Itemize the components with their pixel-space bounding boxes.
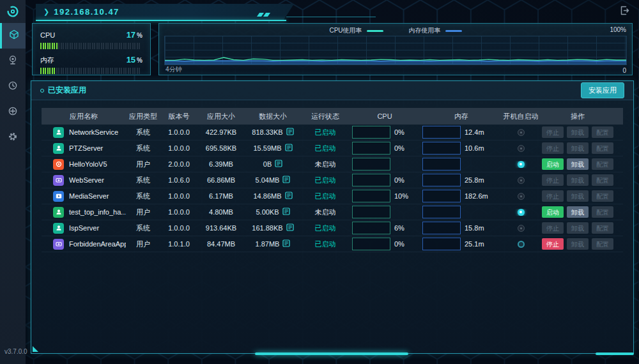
clear-data-icon[interactable] <box>282 208 290 216</box>
config-button[interactable]: 配置 <box>592 126 613 138</box>
sidebar-item-camera[interactable] <box>0 49 26 74</box>
run-status-cell: 已启动 <box>301 224 350 233</box>
table-row: HelloYoloV5用户2.0.0.06.39MB0B未启动启动卸载配置 <box>42 156 623 172</box>
sidebar-item-history[interactable] <box>0 74 26 100</box>
clear-data-icon[interactable] <box>286 128 294 137</box>
data-size-value: 1.87MB <box>256 240 280 248</box>
stop-button[interactable]: 停止 <box>542 238 564 250</box>
stop-button[interactable]: 停止 <box>542 222 564 234</box>
autostart-toggle[interactable] <box>518 209 525 216</box>
sidebar-item-diagnose[interactable] <box>0 100 26 125</box>
uninstall-button[interactable]: 卸载 <box>567 190 589 202</box>
cpu-limit-input[interactable] <box>352 190 390 202</box>
sidebar-item-apps[interactable] <box>0 23 26 49</box>
autostart-toggle[interactable] <box>518 225 525 232</box>
app-name: test_top_info_ha... <box>69 208 126 216</box>
config-button[interactable]: 配置 <box>592 222 613 234</box>
autostart-cell <box>503 225 539 232</box>
start-button[interactable]: 启动 <box>542 158 564 170</box>
stop-button[interactable]: 停止 <box>542 190 564 202</box>
cpu-limit-input[interactable] <box>352 206 390 218</box>
actions-cell: 启动卸载配置 <box>539 206 617 218</box>
memory-limit-input[interactable] <box>422 222 461 234</box>
app-type-cell: 系统 <box>126 128 160 137</box>
app-version-cell: 1.0.0.0 <box>160 208 197 216</box>
uninstall-button[interactable]: 卸载 <box>567 142 589 154</box>
autostart-toggle[interactable] <box>518 193 525 200</box>
uninstall-button[interactable]: 卸载 <box>567 238 589 250</box>
autostart-cell <box>503 177 539 184</box>
actions-cell: 启动卸载配置 <box>539 158 617 170</box>
title-underline-thin <box>286 17 376 17</box>
uninstall-button[interactable]: 卸载 <box>567 126 589 138</box>
cpu-limit-input[interactable] <box>352 174 390 186</box>
run-status: 已启动 <box>315 144 336 153</box>
uninstall-button[interactable]: 卸载 <box>567 158 589 170</box>
app-name: PTZServer <box>69 144 103 152</box>
config-button[interactable]: 配置 <box>592 174 613 186</box>
data-size-cell: 15.59MB <box>245 144 301 153</box>
clear-data-icon[interactable] <box>285 144 293 153</box>
uninstall-button[interactable]: 卸载 <box>567 206 589 218</box>
uninstall-button[interactable]: 卸载 <box>567 174 589 186</box>
memory-usage-value: 15.8m <box>465 224 484 232</box>
clear-data-icon[interactable] <box>275 160 282 169</box>
legend-memory-swatch <box>445 30 462 32</box>
logout-icon[interactable] <box>619 5 630 19</box>
cpu-limit-input[interactable] <box>352 158 390 171</box>
clear-data-icon[interactable] <box>286 224 294 232</box>
cpu-limit-input[interactable] <box>352 238 390 250</box>
memory-limit-input[interactable] <box>422 206 461 218</box>
app-version-cell: 2.0.0.0 <box>160 160 197 168</box>
cpu-limit-input[interactable] <box>352 126 390 139</box>
autostart-toggle[interactable] <box>518 161 525 168</box>
autostart-toggle[interactable] <box>518 177 525 184</box>
memory-value: 15 <box>127 55 135 64</box>
app-size-cell: 422.97KB <box>197 128 245 136</box>
clear-data-icon[interactable] <box>282 239 290 248</box>
column-header: 内存 <box>420 112 503 121</box>
app-size-cell: 913.64KB <box>197 224 245 232</box>
memory-usage-bar <box>40 68 142 74</box>
memory-limit-input[interactable] <box>422 158 461 171</box>
y-axis-min: 0 <box>622 67 626 74</box>
cpu-limit-input[interactable] <box>352 142 390 155</box>
autostart-toggle[interactable] <box>518 129 525 136</box>
stop-button[interactable]: 停止 <box>542 142 564 154</box>
app-name-cell: WebServer <box>42 175 126 186</box>
memory-limit-input[interactable] <box>422 142 461 155</box>
clear-data-icon[interactable] <box>282 176 290 185</box>
autostart-toggle[interactable] <box>518 241 525 248</box>
data-size-value: 818.33KB <box>252 128 282 136</box>
uninstall-button[interactable]: 卸载 <box>567 222 589 234</box>
memory-limit-input[interactable] <box>422 190 461 202</box>
stop-button[interactable]: 停止 <box>542 174 564 186</box>
table-row: test_top_info_ha...用户1.0.0.04.80MB5.00KB… <box>42 204 623 220</box>
memory-unit: % <box>137 57 142 64</box>
memory-cell: 182.6m <box>420 190 503 202</box>
config-button[interactable]: 配置 <box>592 190 613 202</box>
cpu-cell <box>350 158 420 171</box>
cpu-cell: 0% <box>350 126 420 139</box>
legend-memory-label: 内存使用率 <box>409 26 441 35</box>
clear-data-icon[interactable] <box>285 192 293 201</box>
app-name-cell: HelloYoloV5 <box>42 159 126 170</box>
start-button[interactable]: 启动 <box>542 206 564 218</box>
cpu-cell: 0% <box>350 238 420 250</box>
memory-limit-input[interactable] <box>422 126 461 139</box>
table-header-row: 应用名称应用类型版本号应用大小数据大小运行状态CPU内存开机自启动操作 <box>42 108 623 125</box>
install-app-button[interactable]: 安装应用 <box>581 82 624 98</box>
config-button[interactable]: 配置 <box>592 206 613 218</box>
config-button[interactable]: 配置 <box>592 158 613 170</box>
config-button[interactable]: 配置 <box>592 142 613 154</box>
stop-button[interactable]: 停止 <box>542 126 564 138</box>
sidebar-item-settings[interactable] <box>0 125 26 151</box>
column-header: 运行状态 <box>301 112 350 121</box>
run-status: 已启动 <box>315 224 336 233</box>
memory-limit-input[interactable] <box>422 174 461 186</box>
config-button[interactable]: 配置 <box>592 238 613 250</box>
autostart-toggle[interactable] <box>518 145 525 152</box>
memory-limit-input[interactable] <box>422 238 461 250</box>
bullet-icon <box>40 89 44 93</box>
cpu-limit-input[interactable] <box>352 222 390 234</box>
